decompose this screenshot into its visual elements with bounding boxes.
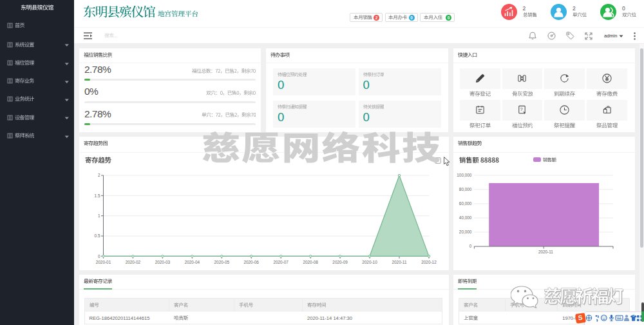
- svg-text:0: 0: [98, 254, 100, 259]
- svg-text:0.5: 0.5: [95, 233, 100, 238]
- svg-text:80,000: 80,000: [459, 187, 472, 192]
- svg-text:2020-12: 2020-12: [421, 260, 437, 264]
- svg-text:1: 1: [98, 213, 100, 218]
- svg-text:2020-04: 2020-04: [185, 260, 200, 264]
- svg-text:20,000: 20,000: [459, 230, 472, 234]
- svg-text:100,000: 100,000: [457, 173, 472, 177]
- svg-text:2020-05: 2020-05: [214, 260, 230, 264]
- svg-text:2020-09: 2020-09: [332, 260, 348, 264]
- svg-text:60,000: 60,000: [459, 201, 472, 206]
- svg-text:?: ?: [520, 106, 523, 112]
- svg-text:2020-10: 2020-10: [362, 260, 377, 264]
- svg-text:2020-02: 2020-02: [126, 260, 141, 264]
- svg-text:2020-03: 2020-03: [155, 260, 171, 264]
- svg-text:2020-08: 2020-08: [303, 260, 318, 264]
- svg-text:2020-11: 2020-11: [538, 250, 553, 254]
- svg-text:2020-06: 2020-06: [243, 260, 259, 264]
- svg-text:0: 0: [469, 244, 472, 248]
- svg-text:40,000: 40,000: [459, 215, 472, 220]
- svg-text:2020-07: 2020-07: [273, 260, 289, 264]
- svg-text:1.5: 1.5: [95, 193, 100, 198]
- svg-text:2020-11: 2020-11: [392, 260, 407, 264]
- svg-text:2020-01: 2020-01: [96, 260, 111, 264]
- svg-text:2: 2: [98, 173, 100, 177]
